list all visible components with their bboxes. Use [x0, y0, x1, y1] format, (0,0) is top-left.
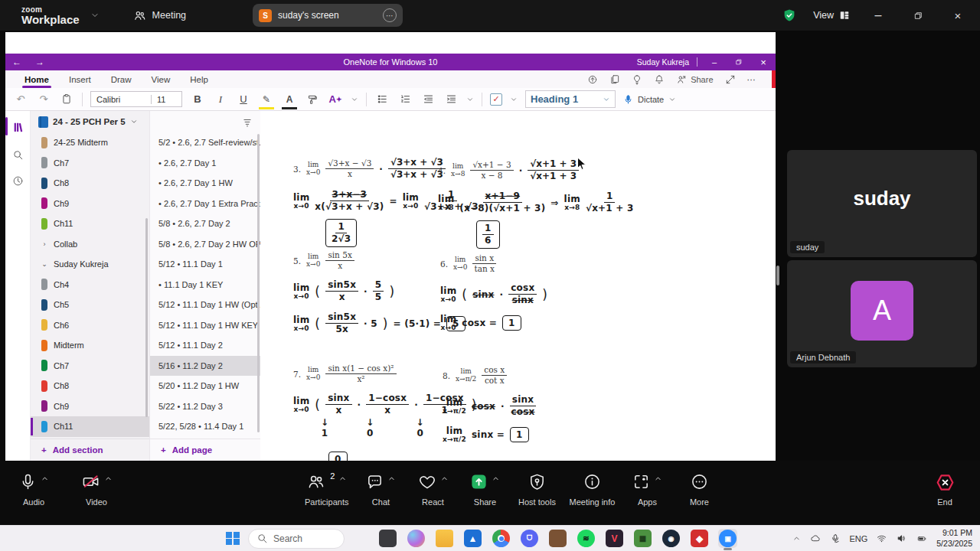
- taskbar-app-file-explorer-icon[interactable]: [435, 529, 454, 548]
- chevron-icon[interactable]: ⌄: [41, 260, 47, 268]
- chevron-up-icon[interactable]: [492, 475, 499, 482]
- page-item-5-16-11-2-day-2[interactable]: 5/16 • 11.2 Day 2: [150, 356, 260, 377]
- taskbar-app-minecraft-icon[interactable]: ▦: [633, 529, 652, 548]
- format-painter-icon[interactable]: [305, 91, 320, 108]
- onenote-close-button[interactable]: ×: [751, 54, 776, 70]
- section-item-24-25-midterm[interactable]: 24-25 Midterm: [31, 132, 149, 153]
- chevron-down-icon[interactable]: [466, 96, 474, 103]
- page-item-5-22-11-2-day-3[interactable]: 5/22 • 11.2 Day 3: [150, 396, 260, 417]
- meeting-info-button[interactable]: Meeting info: [569, 473, 615, 507]
- sections-scrollbar[interactable]: [145, 218, 148, 417]
- panel-collapse-handle[interactable]: [776, 266, 779, 285]
- fullscreen-icon[interactable]: [725, 74, 736, 85]
- section-item-ch5[interactable]: Ch5: [31, 295, 149, 315]
- section-item-ch4[interactable]: Ch4: [31, 275, 149, 295]
- ribbon-tab-help[interactable]: Help: [189, 73, 209, 86]
- indent-icon[interactable]: [443, 91, 459, 108]
- copy-page-icon[interactable]: [609, 74, 620, 85]
- font-name-input[interactable]: Calibri: [91, 95, 151, 104]
- chevron-up-icon[interactable]: [339, 475, 346, 482]
- page-item-5-22-5-28-11-4-day-1[interactable]: 5/22, 5/28 • 11.4 Day 1: [150, 416, 260, 437]
- participants-button[interactable]: 2Participants: [305, 473, 348, 507]
- bell-icon[interactable]: [654, 74, 665, 85]
- video-tile-suday[interactable]: suday suday: [787, 150, 977, 257]
- taskbar-app-zoom-icon[interactable]: ▣: [718, 529, 737, 548]
- underline-button[interactable]: U: [236, 91, 251, 108]
- wifi-icon[interactable]: [876, 533, 887, 543]
- add-section-button[interactable]: + Add section: [31, 439, 149, 461]
- page-canvas[interactable]: 3.limx→0√3+x − √3x·√3+x + √3√3+x + √3lim…: [260, 111, 776, 461]
- section-item-ch8[interactable]: Ch8: [31, 376, 149, 396]
- page-item-2-6-2-7-day-1[interactable]: • 2.6, 2.7 Day 1: [150, 153, 260, 174]
- security-shield-icon[interactable]: [782, 8, 796, 22]
- page-item-5-2-2-6-2-7-self-review-st[interactable]: 5/2 • 2.6, 2.7 Self-review/st...: [150, 132, 260, 153]
- chevron-down-icon[interactable]: [510, 96, 518, 103]
- redo-icon[interactable]: ↷: [36, 91, 51, 108]
- italic-button[interactable]: I: [213, 91, 228, 108]
- ribbon-tab-draw[interactable]: Draw: [110, 73, 132, 86]
- ribbon-more-icon[interactable]: ⋯: [747, 74, 756, 85]
- onenote-minimize-button[interactable]: –: [702, 54, 727, 70]
- video-tile-arjun[interactable]: A Arjun Debnath: [787, 260, 977, 367]
- sort-pages-icon[interactable]: [242, 117, 253, 128]
- ribbon-tab-insert[interactable]: Insert: [68, 73, 92, 86]
- screen-tab-more-button[interactable]: ⋯: [383, 8, 397, 22]
- page-item-5-12-11-1-day-1-hw-opti[interactable]: 5/12 • 11.1 Day 1 HW (Opti...: [150, 295, 260, 315]
- end-button[interactable]: End: [925, 473, 965, 507]
- chevron-up-icon[interactable]: [441, 475, 448, 482]
- add-page-button[interactable]: + Add page: [150, 439, 260, 461]
- video-button[interactable]: Video: [77, 473, 116, 507]
- page-item-5-8-2-6-2-7-day-2[interactable]: 5/8 • 2.6, 2.7 Day 2: [150, 214, 260, 234]
- account-name[interactable]: Suday Kukreja: [637, 57, 689, 67]
- onenote-restore-button[interactable]: [727, 54, 751, 70]
- todo-tag-checkbox[interactable]: ✓: [490, 93, 502, 106]
- section-item-ch7[interactable]: Ch7: [31, 356, 149, 377]
- close-button[interactable]: ×: [946, 4, 969, 27]
- meeting-tab[interactable]: Meeting: [133, 9, 186, 22]
- taskbar-clock[interactable]: 9:01 PM 5/23/2025: [936, 528, 972, 549]
- host-tools-button[interactable]: Host tools: [517, 473, 557, 507]
- share-button[interactable]: Share: [465, 473, 505, 507]
- section-item-ch7[interactable]: Ch7: [31, 153, 149, 174]
- view-button[interactable]: View: [813, 10, 850, 21]
- screen-share-tab[interactable]: S suday's screen ⋯: [253, 4, 403, 27]
- section-item-midterm[interactable]: Midterm: [31, 335, 149, 356]
- pages-scrollbar[interactable]: [257, 134, 260, 432]
- chevron-icon[interactable]: ›: [41, 240, 47, 248]
- ribbon-tab-home[interactable]: Home: [24, 73, 50, 86]
- voice-access-icon[interactable]: [830, 533, 841, 544]
- paste-icon[interactable]: [59, 91, 74, 108]
- react-button[interactable]: React: [413, 473, 452, 507]
- recent-notes-icon[interactable]: [5, 169, 31, 192]
- ribbon-tab-view[interactable]: View: [151, 73, 172, 86]
- section-item-collab[interactable]: ›Collab: [31, 234, 149, 255]
- page-item-5-20-11-2-day-1-hw[interactable]: 5/20 • 11.2 Day 1 HW: [150, 376, 260, 396]
- outdent-icon[interactable]: [420, 91, 436, 108]
- chevron-up-icon[interactable]: [655, 475, 662, 482]
- font-color-button[interactable]: A: [282, 91, 297, 108]
- back-arrow-icon[interactable]: ←: [5, 57, 28, 67]
- taskbar-app-chrome-icon[interactable]: [492, 529, 511, 548]
- highlighter-button[interactable]: ✎: [259, 91, 274, 108]
- section-item-suday-kukreja[interactable]: ⌄Suday Kukreja: [31, 254, 149, 275]
- section-item-ch6[interactable]: Ch6: [31, 315, 149, 336]
- section-item-ch11[interactable]: Ch11: [31, 416, 149, 437]
- taskbar-app-photos-icon[interactable]: ▲: [463, 529, 482, 548]
- start-button[interactable]: [222, 528, 243, 549]
- page-item-2-6-2-7-day-1-extra-practice[interactable]: • 2.6, 2.7 Day 1 Extra Practice: [150, 194, 260, 214]
- bold-button[interactable]: B: [190, 91, 205, 108]
- forward-arrow-icon[interactable]: →: [28, 57, 51, 67]
- taskbar-app-discord-icon[interactable]: ᗜ: [520, 529, 539, 548]
- chevron-down-icon[interactable]: [351, 96, 358, 103]
- taskbar-app-copilot-icon[interactable]: [407, 529, 426, 548]
- present-icon[interactable]: [587, 74, 598, 85]
- chevron-up-icon[interactable]: [105, 475, 112, 482]
- section-item-ch9[interactable]: Ch9: [31, 396, 149, 417]
- font-size-input[interactable]: 11: [151, 95, 181, 104]
- minimize-button[interactable]: –: [867, 4, 890, 27]
- taskbar-app-steam-icon[interactable]: ◉: [662, 529, 681, 548]
- numbered-list-icon[interactable]: [397, 91, 413, 108]
- taskbar-app-spotify-icon[interactable]: ≋: [577, 529, 596, 548]
- page-item-5-12-11-1-day-1-hw-key[interactable]: 5/12 • 11.1 Day 1 HW KEY: [150, 315, 260, 336]
- search-icon[interactable]: [5, 143, 31, 166]
